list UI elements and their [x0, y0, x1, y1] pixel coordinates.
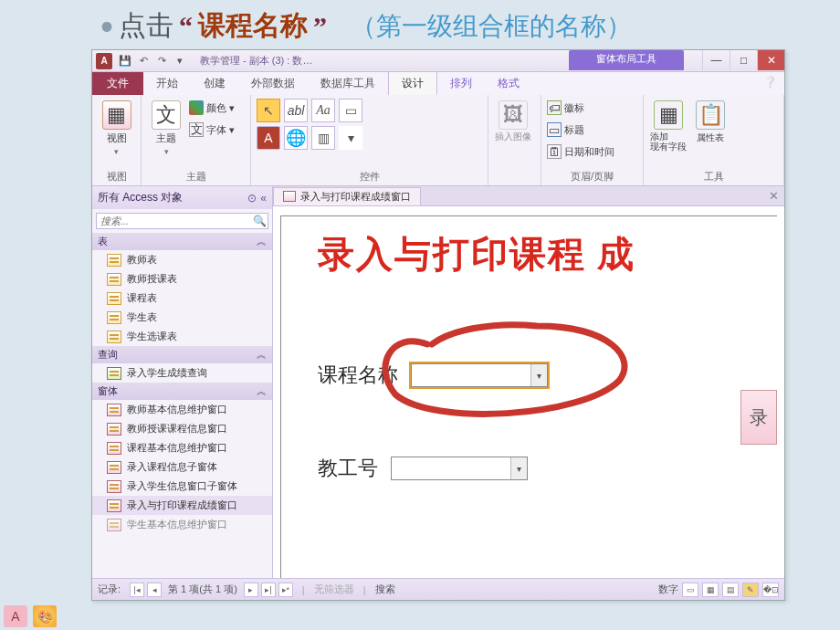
- query-icon: [107, 367, 121, 380]
- app-icon[interactable]: A: [96, 53, 112, 69]
- nav-collapse-icon[interactable]: «: [260, 192, 267, 205]
- nav-query-item[interactable]: 录入学生成绩查询: [92, 363, 272, 383]
- qat-more-icon[interactable]: ▾: [171, 52, 189, 70]
- nav-dropdown-icon[interactable]: ⊙: [247, 192, 257, 205]
- globe-icon: 🌐: [286, 128, 306, 148]
- nav-header[interactable]: 所有 Access 对象 ⊙«: [92, 186, 272, 209]
- minimize-button[interactable]: —: [702, 50, 730, 70]
- record-prev-button[interactable]: ◂: [147, 583, 162, 597]
- tab-create[interactable]: 创建: [191, 72, 238, 95]
- chevron-up-icon: ︽: [257, 235, 267, 248]
- dropdown-icon[interactable]: ▾: [530, 364, 547, 386]
- insert-image-button[interactable]: 🖼 插入图像: [494, 99, 532, 142]
- form-surface[interactable]: 录入与打印课程 成 课程名称 ▾ 教工号 ▾ 录: [273, 206, 784, 578]
- logo-tool-icon[interactable]: A: [257, 126, 280, 150]
- tab-home[interactable]: 开始: [143, 72, 191, 95]
- nav-table-item[interactable]: 课程表: [92, 289, 272, 308]
- titlebar: A 💾 ↶ ↷ ▾ 教学管理 - 副本 (3) : 数… 窗体布局工具 — □ …: [92, 50, 784, 72]
- logo-button[interactable]: 🏷徽标: [547, 99, 614, 117]
- tab-file[interactable]: 文件: [92, 72, 143, 95]
- qat-undo-icon[interactable]: ↶: [134, 52, 152, 70]
- label-tool-icon[interactable]: Aa: [311, 99, 335, 122]
- document-close-icon[interactable]: ✕: [769, 189, 779, 203]
- nav-form-item[interactable]: 教师基本信息维护窗口: [92, 400, 272, 419]
- combo-tool-icon[interactable]: ▥: [311, 126, 335, 150]
- table-icon: [107, 273, 121, 286]
- view-button[interactable]: ▦ 视图 ▾: [98, 99, 135, 156]
- nav-category-forms[interactable]: 窗体︽: [92, 383, 272, 400]
- close-button[interactable]: ✕: [757, 50, 784, 70]
- add-field-label: 添加 现有字段: [650, 131, 687, 152]
- nav-form-item[interactable]: 课程基本信息维护窗口: [92, 438, 272, 457]
- insert-image-label: 插入图像: [495, 131, 531, 142]
- table-icon: [107, 254, 121, 267]
- tab-design[interactable]: 设计: [388, 71, 437, 95]
- nav-table-item[interactable]: 教师授课表: [92, 269, 272, 289]
- document-tab[interactable]: 录入与打印课程成绩窗口: [273, 187, 421, 205]
- view-datasheet-button[interactable]: ▦: [702, 583, 719, 597]
- form-canvas: 录入与打印课程成绩窗口 ✕ 录入与打印课程 成 课程名称 ▾ 教工号: [273, 186, 784, 578]
- side-button[interactable]: 录: [740, 390, 777, 445]
- dropdown-icon[interactable]: ▾: [510, 457, 527, 479]
- course-name-combobox[interactable]: ▾: [411, 363, 548, 387]
- nav-form-item[interactable]: 学生基本信息维护窗口: [92, 515, 272, 534]
- tab-database-tools[interactable]: 数据库工具: [308, 72, 388, 95]
- nav-search[interactable]: 🔍: [96, 213, 268, 229]
- title-button[interactable]: ▭标题: [547, 121, 614, 139]
- datetime-button[interactable]: 🗓日期和时间: [547, 142, 614, 161]
- nav-table-item[interactable]: 学生选课表: [92, 327, 272, 346]
- nav-category-queries[interactable]: 查询︽: [92, 346, 272, 363]
- theme-font-button[interactable]: 文字体▾: [189, 121, 235, 139]
- tab-arrange[interactable]: 排列: [437, 72, 485, 95]
- view-layout-button[interactable]: ▤: [722, 583, 739, 597]
- window-title: 教学管理 - 副本 (3) : 数…: [200, 54, 312, 68]
- group-label-view: 视图: [92, 170, 141, 184]
- nav-form-item[interactable]: 录入课程信息子窗体: [92, 457, 272, 477]
- taskbar-paint-icon[interactable]: 🎨: [33, 605, 57, 627]
- theme-color-button[interactable]: 颜色▾: [189, 99, 235, 117]
- nav-form-item[interactable]: 录入与打印课程成绩窗口: [92, 496, 272, 515]
- nav-form-item[interactable]: 教师授课课程信息窗口: [92, 419, 272, 438]
- hyperlink-tool-icon[interactable]: 🌐: [284, 126, 308, 150]
- nav-table-item[interactable]: 教师表: [92, 250, 272, 269]
- group-label-theme: 主题: [142, 170, 250, 184]
- staff-id-combobox[interactable]: ▾: [391, 457, 528, 480]
- qat-redo-icon[interactable]: ↷: [152, 52, 171, 70]
- ribbon-group-image: 🖼 插入图像: [488, 95, 541, 185]
- theme-substack: 颜色▾ 文字体▾: [189, 99, 235, 139]
- help-icon[interactable]: ❔: [763, 76, 777, 89]
- nav-form-item[interactable]: 录入学生信息窗口子窗体: [92, 477, 272, 496]
- record-last-button[interactable]: ▸|: [261, 583, 276, 597]
- view-more-button[interactable]: �⊡: [762, 583, 779, 597]
- ribbon-group-header-footer: 🏷徽标 ▭标题 🗓日期和时间 页眉/页脚: [541, 95, 644, 185]
- record-next-button[interactable]: ▸: [244, 583, 258, 597]
- table-icon: [107, 292, 121, 305]
- record-position: 第 1 项(共 1 项): [168, 583, 237, 596]
- rect-tool-icon[interactable]: ▭: [339, 99, 362, 122]
- qat-save-icon[interactable]: 💾: [116, 52, 134, 70]
- select-tool-icon[interactable]: ↖: [257, 99, 280, 122]
- nav-category-tables[interactable]: 表︽: [92, 233, 272, 250]
- theme-button[interactable]: 文 主题 ▾: [147, 99, 185, 156]
- record-first-button[interactable]: |◂: [130, 583, 144, 597]
- view-design-button[interactable]: ✎: [742, 583, 759, 597]
- view-form-button[interactable]: ▭: [682, 583, 698, 597]
- tab-external-data[interactable]: 外部数据: [238, 72, 308, 95]
- add-field-button[interactable]: ▦ 添加 现有字段: [649, 99, 688, 152]
- taskbar-access-icon[interactable]: A: [4, 605, 27, 627]
- status-search-label[interactable]: 搜索: [375, 583, 395, 596]
- form-icon: [107, 480, 121, 493]
- property-sheet-button[interactable]: 📋 属性表: [691, 99, 730, 144]
- ribbon-group-tools: ▦ 添加 现有字段 📋 属性表 工具: [644, 95, 784, 185]
- calendar-icon: 🗓: [547, 144, 562, 159]
- nav-table-item[interactable]: 学生表: [92, 308, 272, 327]
- maximize-button[interactable]: □: [730, 50, 757, 70]
- search-icon[interactable]: 🔍: [251, 214, 268, 228]
- tab-format[interactable]: 格式: [485, 72, 532, 95]
- record-new-button[interactable]: ▸*: [278, 583, 293, 597]
- controls-more-icon[interactable]: ▾: [339, 126, 362, 150]
- access-window: A 💾 ↶ ↷ ▾ 教学管理 - 副本 (3) : 数… 窗体布局工具 — □ …: [91, 49, 785, 601]
- textbox-tool-icon[interactable]: abl: [284, 99, 308, 122]
- search-input[interactable]: [97, 214, 251, 228]
- form-icon: [107, 404, 121, 416]
